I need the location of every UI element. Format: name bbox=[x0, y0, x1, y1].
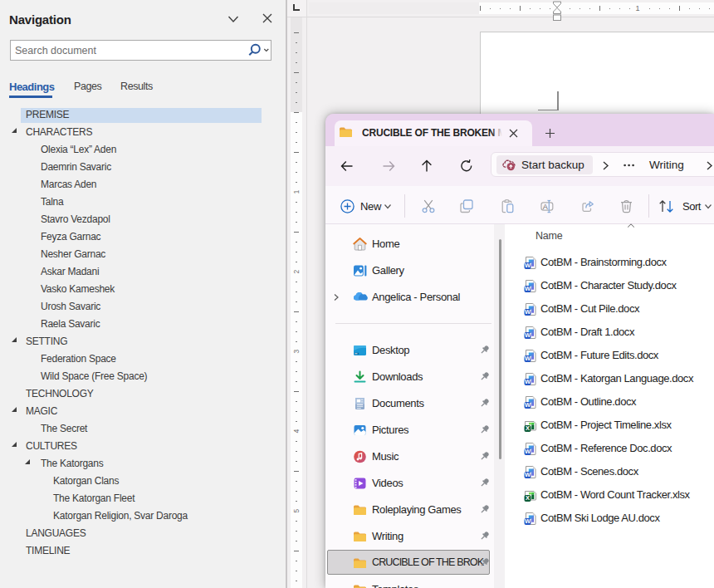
svg-text:W: W bbox=[524, 331, 531, 339]
svg-text:W: W bbox=[524, 471, 531, 478]
svg-text:W: W bbox=[524, 401, 531, 409]
svg-text:W: W bbox=[524, 308, 531, 316]
svg-text:W: W bbox=[524, 448, 531, 455]
svg-text:W: W bbox=[524, 378, 531, 385]
svg-text:X: X bbox=[525, 494, 529, 502]
svg-text:A: A bbox=[543, 203, 548, 211]
svg-text:W: W bbox=[524, 262, 531, 269]
svg-text:X: X bbox=[525, 424, 529, 432]
svg-text:W: W bbox=[524, 285, 531, 292]
svg-text:W: W bbox=[524, 517, 531, 525]
svg-text:W: W bbox=[524, 355, 531, 362]
